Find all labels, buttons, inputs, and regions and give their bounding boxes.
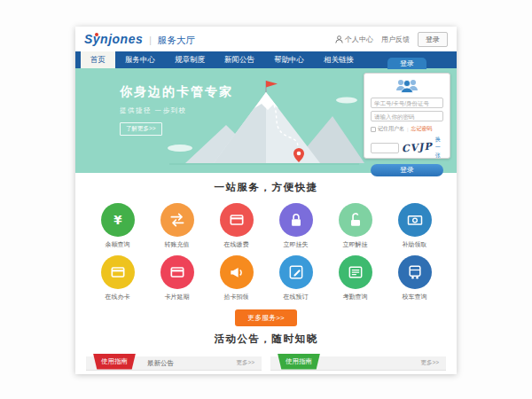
more-link-right[interactable]: 更多>> [420, 359, 439, 367]
service-subsidy[interactable]: 补助领取 [397, 203, 433, 249]
service-row-2: 在线办卡 卡片延期 拾卡招领 [75, 255, 457, 301]
hero-text: 你身边的卡管专家 提供捷径 一步到校 了解更多>> [120, 84, 233, 136]
personal-center-link[interactable]: 个人中心 [335, 35, 373, 44]
service-label: 校车查询 [397, 293, 433, 301]
logo-accent-dot [95, 33, 98, 36]
guide-ribbon-green[interactable]: 使用指南 [278, 354, 320, 370]
remember-checkbox[interactable] [371, 127, 376, 132]
site-name: 服务大厅 [158, 35, 195, 47]
service-online-booking[interactable]: 在线预订 [278, 255, 314, 301]
person-icon [335, 35, 343, 43]
logo-text: Synjones [84, 32, 143, 46]
feedback-label: 用户反馈 [381, 35, 410, 44]
nav-item-news[interactable]: 新闻公告 [215, 51, 264, 68]
nav-item-links[interactable]: 相关链接 [314, 51, 364, 68]
transfer-icon [160, 203, 194, 237]
list-icon [339, 255, 372, 289]
captcha-input[interactable] [371, 143, 399, 153]
megaphone-icon [220, 255, 254, 289]
login-submit-button[interactable]: 登录 [371, 164, 443, 176]
more-link-left[interactable]: 更多>> [236, 359, 254, 367]
pipe-divider: | [407, 127, 409, 132]
logo[interactable]: Synjones | 服务大厅 [84, 32, 195, 47]
service-label: 转账充值 [160, 240, 195, 249]
banknote-icon [398, 203, 432, 237]
service-label: 在线办卡 [100, 293, 136, 301]
service-school-bus[interactable]: 校车查询 [397, 255, 433, 301]
service-label: 立即解挂 [338, 240, 373, 249]
nav-item-rules[interactable]: 规章制度 [165, 51, 215, 68]
bus-icon [398, 255, 432, 289]
card-icon [160, 255, 194, 289]
remember-label: 记住用户名 [378, 125, 404, 133]
desktop-background: Synjones | 服务大厅 个人中心 用户反馈 登录 [0, 0, 532, 399]
unlock-icon [339, 203, 372, 237]
service-label: 考勤查询 [338, 293, 373, 301]
service-label: 补助领取 [397, 240, 433, 249]
service-balance[interactable]: ¥ 余额查询 [100, 203, 136, 249]
nav-item-service-center[interactable]: 服务中心 [115, 51, 165, 68]
login-tab[interactable]: 登录 [387, 58, 426, 69]
hero-title: 你身边的卡管专家 [120, 84, 233, 100]
service-label: 在线预订 [278, 293, 314, 301]
edit-icon [279, 255, 313, 289]
service-hall-page: Synjones | 服务大厅 个人中心 用户反馈 登录 [75, 27, 457, 374]
hero-cta-button[interactable]: 了解更多>> [120, 122, 162, 136]
guide-ribbon-red[interactable]: 使用指南 [93, 354, 136, 370]
services-section: 一站服务，方便快捷 ¥ 余额查询 转账充值 [75, 173, 457, 324]
guide-panel-left: 使用指南 最新公告 更多>> [86, 356, 262, 371]
top-utility-links: 个人中心 用户反馈 登录 [335, 32, 448, 47]
latest-news-tab[interactable]: 最新公告 [147, 359, 174, 368]
service-attendance[interactable]: 考勤查询 [338, 255, 373, 301]
service-transfer[interactable]: 转账充值 [160, 203, 195, 249]
announcement-panels: 使用指南 最新公告 更多>> 使用指南 更多>> [75, 356, 457, 371]
service-label: 在线缴费 [219, 240, 254, 249]
service-card-extension[interactable]: 卡片延期 [160, 255, 195, 301]
card-icon [101, 255, 135, 289]
service-cancel-loss[interactable]: 立即解挂 [338, 203, 373, 249]
captcha-row: CVJP 换一张 [371, 136, 443, 160]
forgot-password-link[interactable]: 忘记密码 [411, 125, 433, 133]
yuan-icon: ¥ [101, 203, 135, 237]
hero-subtitle: 提供捷径 一步到校 [120, 106, 233, 115]
service-pay-online[interactable]: 在线缴费 [219, 203, 254, 249]
service-report-loss[interactable]: 立即挂失 [278, 203, 314, 249]
guide-panel-right: 使用指南 更多>> [270, 356, 446, 371]
announcements-title: 活动公告，随时知晓 [75, 324, 457, 346]
username-input[interactable] [371, 98, 443, 108]
personal-center-label: 个人中心 [345, 35, 373, 44]
service-label: 立即挂失 [278, 240, 314, 249]
top-bar: Synjones | 服务大厅 个人中心 用户反馈 登录 [75, 27, 457, 51]
hero-banner: 你身边的卡管专家 提供捷径 一步到校 了解更多>> [75, 68, 457, 173]
nav-item-help[interactable]: 帮助中心 [264, 51, 314, 68]
header-login-button[interactable]: 登录 [418, 32, 448, 47]
lock-icon [279, 203, 313, 237]
captcha-image: CVJP [401, 141, 433, 155]
more-services-button[interactable]: 更多服务>> [235, 309, 296, 326]
remember-row: 记住用户名 | 忘记密码 [371, 125, 443, 133]
service-label: 拾卡招领 [219, 293, 254, 301]
captcha-refresh-link[interactable]: 换一张 [435, 136, 443, 160]
card-icon [220, 203, 254, 237]
password-input[interactable] [371, 111, 443, 121]
service-label: 卡片延期 [160, 293, 195, 301]
announcements-section: 活动公告，随时知晓 使用指南 最新公告 更多>> 使用指南 更多>> [75, 324, 457, 371]
svg-text:¥: ¥ [113, 214, 122, 227]
service-row-1: ¥ 余额查询 转账充值 在线缴费 [75, 203, 457, 249]
feedback-link[interactable]: 用户反馈 [381, 35, 410, 44]
login-panel: 记住用户名 | 忘记密码 CVJP 换一张 登录 [364, 73, 450, 159]
users-icon [371, 77, 443, 95]
service-found-cards[interactable]: 拾卡招领 [219, 255, 254, 301]
nav-item-home[interactable]: 首页 [81, 51, 115, 68]
service-label: 余额查询 [100, 240, 136, 249]
logo-divider: | [149, 35, 152, 45]
service-apply-card[interactable]: 在线办卡 [100, 255, 136, 301]
